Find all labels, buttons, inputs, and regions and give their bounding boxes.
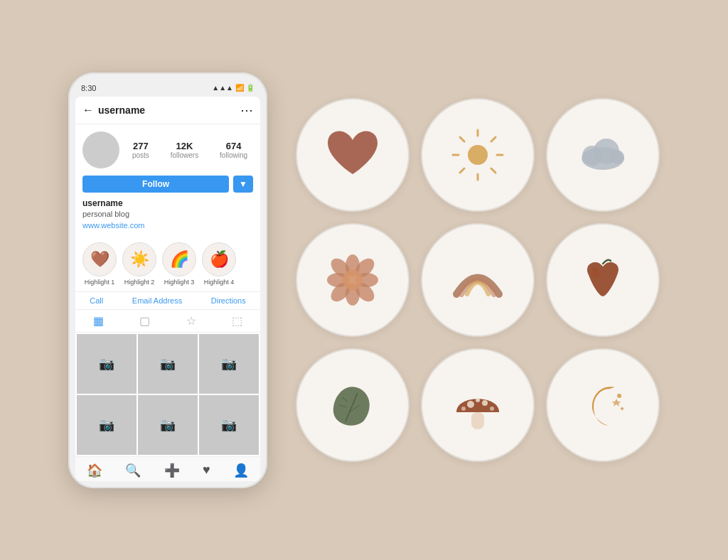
- svg-line-8: [460, 168, 464, 173]
- flower-circle: [296, 223, 410, 337]
- highlight-1[interactable]: 🤎 Highlight 1: [82, 242, 117, 286]
- highlight-3[interactable]: 🌈 Highlight 3: [162, 242, 196, 286]
- svg-rect-27: [471, 412, 484, 429]
- rainbow-icon: [446, 248, 510, 312]
- call-link[interactable]: Call: [90, 296, 103, 305]
- highlight-3-circle[interactable]: 🌈: [162, 242, 196, 276]
- profile-section: 277 posts 12K followers 674 following: [75, 124, 260, 242]
- photo-cell-1[interactable]: 📷: [77, 334, 136, 394]
- highlight-3-label: Highlight 3: [164, 279, 195, 286]
- rainbow-circle: [421, 223, 535, 337]
- highlight-1-circle[interactable]: 🤎: [82, 242, 117, 276]
- highlight-4-circle[interactable]: 🍎: [202, 242, 236, 276]
- photo-cell-2[interactable]: 📷: [138, 334, 198, 394]
- action-links: Call Email Address Directions: [75, 291, 260, 310]
- status-bar: 8:30 ▲▲▲ 📶 🔋: [75, 84, 260, 97]
- square-tab-icon[interactable]: ▢: [139, 314, 150, 328]
- wifi-icon: 📶: [235, 84, 244, 92]
- followers-label: followers: [171, 151, 198, 159]
- followers-count: 12K: [176, 141, 193, 151]
- highlight-1-label: Highlight 1: [85, 279, 115, 286]
- svg-point-32: [490, 406, 494, 411]
- leaf-icon: [321, 373, 385, 437]
- add-nav-icon[interactable]: ➕: [164, 463, 180, 478]
- status-time: 8:30: [81, 84, 96, 92]
- svg-point-34: [621, 407, 623, 410]
- signal-icon: ▲▲▲: [212, 84, 233, 92]
- posts-label: posts: [132, 151, 149, 159]
- main-container: 8:30 ▲▲▲ 📶 🔋 ← username ⋯: [23, 72, 705, 488]
- svg-point-28: [467, 401, 474, 408]
- profile-stats: 277 posts 12K followers 674 following: [127, 141, 253, 159]
- ig-header-left: ← username: [82, 104, 145, 117]
- tab-bar: ▦ ▢ ☆ ⬚: [75, 310, 260, 333]
- heart-icon: [321, 123, 385, 187]
- svg-point-0: [468, 145, 488, 165]
- leaf-circle: [296, 348, 410, 462]
- avatar: [82, 131, 119, 168]
- sun-circle: [421, 98, 535, 212]
- svg-point-30: [476, 398, 480, 402]
- follow-button[interactable]: Follow: [82, 176, 229, 193]
- star-tab-icon[interactable]: ☆: [186, 314, 196, 328]
- ig-header: ← username ⋯: [75, 97, 260, 124]
- back-arrow-icon[interactable]: ←: [82, 104, 94, 117]
- photo-cell-3[interactable]: 📷: [199, 334, 259, 394]
- highlights-row: 🤎 Highlight 1 ☀️ Highlight 2 🌈 Highlight…: [75, 242, 260, 291]
- followers-stat: 12K followers: [171, 141, 198, 159]
- svg-line-5: [460, 137, 464, 141]
- svg-line-6: [491, 168, 496, 173]
- photo-grid: 📷 📷 📷 📷 📷 📷: [75, 333, 260, 456]
- highlight-2[interactable]: ☀️ Highlight 2: [122, 242, 156, 286]
- directions-link[interactable]: Directions: [211, 296, 246, 305]
- highlight-2-label: Highlight 2: [124, 279, 155, 286]
- highlight-4[interactable]: 🍎 Highlight 4: [202, 242, 236, 286]
- following-count: 674: [226, 141, 242, 151]
- follow-row: Follow ▼: [82, 176, 253, 193]
- svg-point-29: [482, 400, 488, 406]
- battery-icon: 🔋: [246, 84, 255, 92]
- photo-cell-5[interactable]: 📷: [138, 395, 198, 455]
- circles-grid: [296, 98, 660, 462]
- phone-screen: ← username ⋯ 277 posts 12K: [75, 97, 260, 481]
- profile-nav-icon[interactable]: 👤: [233, 463, 249, 478]
- photo-cell-4[interactable]: 📷: [77, 395, 136, 455]
- ig-username-header: username: [98, 104, 145, 116]
- highlight-2-circle[interactable]: ☀️: [122, 242, 156, 276]
- flower-icon: [321, 248, 385, 312]
- follow-dropdown-button[interactable]: ▼: [233, 176, 253, 193]
- search-nav-icon[interactable]: 🔍: [125, 463, 141, 478]
- apple-circle: [546, 223, 660, 337]
- moon-icon: [571, 373, 635, 437]
- profile-top: 277 posts 12K followers 674 following: [82, 131, 253, 168]
- mushroom-circle: [421, 348, 535, 462]
- heart-nav-icon[interactable]: ♥: [203, 463, 210, 478]
- grid-tab-icon[interactable]: ▦: [93, 314, 104, 328]
- photo-cell-6[interactable]: 📷: [199, 395, 259, 455]
- phone-mockup: 8:30 ▲▲▲ 📶 🔋 ← username ⋯: [68, 72, 267, 488]
- profile-link[interactable]: www.website.com: [82, 221, 253, 230]
- bottom-nav: 🏠 🔍 ➕ ♥ 👤: [75, 456, 260, 481]
- posts-count: 277: [133, 141, 149, 151]
- moon-circle: [546, 348, 660, 462]
- cloud-icon: [571, 123, 635, 187]
- status-icons: ▲▲▲ 📶 🔋: [212, 84, 255, 92]
- svg-point-21: [343, 270, 363, 290]
- svg-point-31: [461, 406, 466, 411]
- posts-stat: 277 posts: [132, 141, 149, 159]
- profile-name: username: [82, 198, 253, 208]
- highlight-4-label: Highlight 4: [204, 279, 235, 286]
- heart-circle: [296, 98, 410, 212]
- profile-bio: personal blog: [82, 210, 253, 218]
- svg-point-12: [610, 150, 624, 164]
- email-link[interactable]: Email Address: [132, 296, 182, 305]
- svg-line-7: [491, 137, 496, 141]
- apple-icon: [571, 248, 635, 312]
- home-nav-icon[interactable]: 🏠: [87, 463, 102, 478]
- cloud-circle: [546, 98, 660, 212]
- svg-point-33: [617, 394, 621, 398]
- more-options-icon[interactable]: ⋯: [240, 102, 253, 118]
- person-tab-icon[interactable]: ⬚: [232, 314, 242, 328]
- mushroom-icon: [446, 373, 510, 437]
- following-label: following: [220, 151, 247, 159]
